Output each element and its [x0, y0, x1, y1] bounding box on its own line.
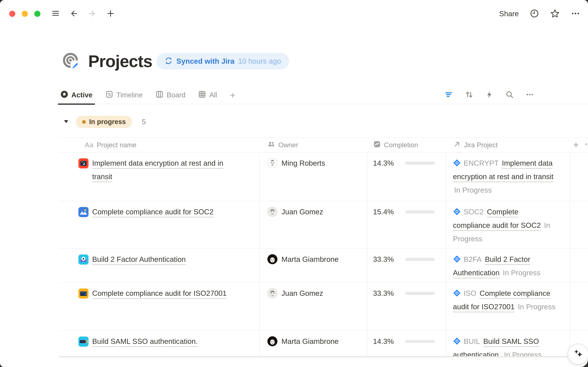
tab-label: Board	[167, 91, 185, 99]
hamburger-icon	[51, 9, 60, 18]
clock-icon	[530, 9, 539, 19]
search-icon	[505, 90, 514, 100]
project-name-cell[interactable]: Implement data encryption at rest and in…	[59, 152, 260, 201]
search-button[interactable]	[505, 90, 514, 100]
page-title[interactable]: Projects	[88, 51, 152, 71]
new-tab-button[interactable]	[106, 9, 115, 18]
tab-board[interactable]: Board	[154, 86, 187, 104]
owner-name: Marta Giambrone	[282, 253, 339, 266]
jira-logo-icon	[453, 254, 461, 262]
share-button[interactable]: Share	[499, 9, 519, 18]
jira-sync-badge[interactable]: Synced with Jira 10 hours ago	[157, 53, 289, 69]
project-name-cell[interactable]: Build 2 Factor Authentication	[59, 249, 260, 282]
completion-cell[interactable]: 33.3%	[367, 283, 446, 330]
completion-cell[interactable]: 14.3%	[367, 152, 446, 201]
avatar	[267, 207, 277, 217]
back-button[interactable]	[69, 9, 78, 18]
table-clip-divider	[59, 356, 588, 357]
completion-cell[interactable]: 15.4%	[367, 201, 446, 248]
project-icon	[78, 254, 89, 265]
owner-cell[interactable]: Juan Gomez	[260, 283, 367, 330]
sparkles-icon	[572, 348, 584, 361]
project-name-cell[interactable]: Complete compliance audit for ISO27001	[59, 283, 260, 330]
column-header-project-name[interactable]: Aa Project name	[59, 141, 260, 149]
status-label: In progress	[89, 118, 126, 126]
owner-cell[interactable]: Marta Giambrone	[260, 331, 367, 356]
table-grid-icon	[198, 90, 206, 100]
jira-logo-icon	[453, 336, 461, 344]
table-header: Aa Project name Owner Completion Jira Pr…	[59, 137, 588, 152]
view-tabs-bar: Active Timeline Board All +	[59, 86, 588, 104]
jira-project-cell[interactable]: ISO Complete compliance audit for ISO270…	[446, 283, 570, 330]
column-header-owner[interactable]: Owner	[260, 140, 367, 150]
view-more-button[interactable]	[526, 90, 534, 100]
collapse-group-button[interactable]	[63, 118, 69, 125]
jira-project-cell[interactable]: ENCRYPT Implement data encryption at res…	[446, 152, 570, 201]
jira-issue-key: BUIL	[464, 337, 480, 345]
favorite-button[interactable]	[550, 8, 560, 19]
table-row: Implement data encryption at rest and in…	[59, 152, 588, 201]
notion-ai-button[interactable]	[567, 343, 588, 365]
filter-button[interactable]	[445, 90, 453, 100]
sort-arrows-icon	[465, 90, 473, 100]
progress-bar	[405, 292, 435, 295]
sync-badge-time: 10 hours ago	[238, 57, 281, 66]
more-options-button[interactable]	[571, 9, 580, 19]
owner-cell[interactable]: Juan Gomez	[260, 201, 367, 248]
owner-name: Ming Roberts	[282, 157, 325, 170]
table-row: Complete compliance audit for SOC2 Juan …	[59, 201, 588, 248]
completion-cell[interactable]: 33.3%	[367, 249, 446, 282]
project-name-link[interactable]: Implement data encryption at rest and in…	[92, 157, 242, 184]
column-header-jira-project[interactable]: Jira Project	[446, 140, 570, 150]
project-name-cell[interactable]: Complete compliance audit for SOC2	[59, 201, 260, 248]
lightning-icon	[485, 90, 494, 100]
zoom-window-button[interactable]	[34, 11, 41, 17]
avatar	[267, 288, 277, 298]
automations-button[interactable]	[485, 90, 494, 100]
progress-bar	[405, 340, 435, 343]
view-actions	[445, 90, 588, 100]
status-badge[interactable]: In progress	[76, 116, 132, 128]
close-window-button[interactable]	[9, 11, 15, 17]
page-icon-target-jira[interactable]	[62, 52, 80, 70]
completion-cell[interactable]: 14.3%	[367, 331, 446, 356]
window-controls	[9, 11, 41, 17]
row-spacer	[570, 249, 588, 282]
sort-button[interactable]	[465, 90, 473, 100]
jira-issue-key: B2FA	[464, 255, 481, 263]
notion-window: Share Projects Synced wit	[0, 0, 588, 367]
jira-project-cell[interactable]: SOC2 Complete compliance audit for SOC2 …	[446, 201, 570, 248]
table-more-icon[interactable]	[584, 140, 588, 150]
tab-timeline[interactable]: Timeline	[104, 86, 144, 104]
jira-issue-status: In Progress	[454, 186, 492, 194]
project-name-link[interactable]: Complete compliance audit for ISO27001	[92, 287, 227, 300]
jira-logo-icon	[453, 158, 461, 166]
project-name-link[interactable]: Complete compliance audit for SOC2	[92, 205, 214, 219]
ellipsis-icon	[526, 90, 534, 100]
add-view-button[interactable]: +	[229, 86, 237, 104]
project-name-link[interactable]: Build SAML SSO authentication.	[92, 335, 198, 348]
projects-table: Aa Project name Owner Completion Jira Pr…	[59, 137, 588, 356]
ellipsis-icon	[571, 9, 580, 19]
timeline-icon	[105, 90, 113, 100]
group-header: In progress 5	[63, 115, 146, 129]
column-header-completion[interactable]: Completion	[367, 140, 446, 150]
project-name-link[interactable]: Build 2 Factor Authentication	[92, 253, 186, 266]
jira-project-cell[interactable]: BUIL Build SAML SSO authentication. In P…	[446, 331, 570, 356]
jira-project-cell[interactable]: B2FA Build 2 Factor Authentication In Pr…	[446, 249, 570, 282]
owner-cell[interactable]: Ming Roberts	[260, 152, 367, 201]
arrow-up-right-icon	[453, 140, 461, 150]
tab-all[interactable]: All	[197, 86, 218, 104]
project-name-cell[interactable]: Build SAML SSO authentication.	[59, 331, 260, 356]
triangle-down-icon	[63, 118, 69, 125]
forward-button[interactable]	[88, 9, 97, 18]
minimize-window-button[interactable]	[22, 11, 28, 17]
owner-cell[interactable]: Marta Giambrone	[260, 249, 367, 282]
sidebar-menu-button[interactable]	[51, 9, 60, 18]
project-icon	[78, 158, 89, 168]
tab-active[interactable]: Active	[59, 86, 94, 104]
updates-button[interactable]	[530, 9, 539, 19]
star-icon	[550, 8, 560, 19]
add-column-button[interactable]: +	[573, 139, 579, 151]
completion-percent: 14.3%	[373, 157, 394, 170]
